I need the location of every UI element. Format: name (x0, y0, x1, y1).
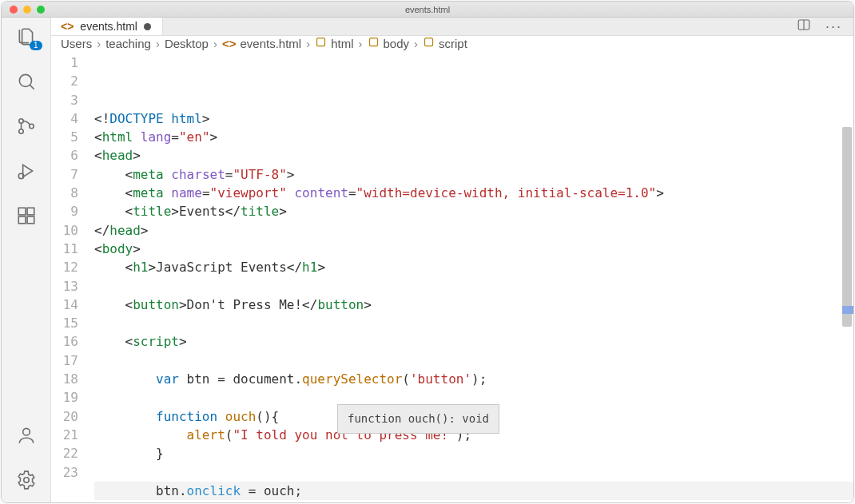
activity-bar: 1 (2, 18, 51, 502)
tab-events-html[interactable]: <> events.html (51, 18, 163, 35)
code-area[interactable]: <!DOCTYPE html><html lang="en"><head> <m… (94, 50, 853, 503)
breadcrumb-label: Desktop (165, 37, 209, 50)
code-line[interactable]: btn.onclick = ouch; (94, 482, 853, 500)
breadcrumb-item[interactable]: body (368, 36, 410, 50)
code-line[interactable]: <!DOCTYPE html> (94, 109, 853, 128)
code-editor[interactable]: 1234567891011121314151617181920212223 <!… (51, 50, 853, 503)
code-line[interactable]: <meta charset="UTF-8"> (94, 165, 853, 184)
line-number: 1 (51, 54, 78, 72)
code-line[interactable]: } (94, 444, 853, 462)
run-debug-icon[interactable] (15, 160, 38, 182)
code-line[interactable]: </head> (94, 221, 853, 240)
symbol-icon (315, 36, 327, 50)
code-line[interactable] (94, 500, 853, 503)
code-line[interactable]: <h1>JavaScript Events</h1> (94, 258, 853, 276)
code-line[interactable]: <title>Events</title> (94, 202, 853, 220)
line-number: 23 (51, 463, 78, 482)
svg-rect-9 (18, 216, 26, 224)
line-number: 14 (51, 296, 78, 314)
hover-tooltip: function ouch(): void (337, 404, 499, 434)
line-number: 22 (51, 444, 78, 462)
svg-line-1 (30, 85, 34, 89)
svg-rect-16 (369, 38, 377, 46)
line-number: 8 (51, 184, 78, 202)
symbol-icon (368, 36, 380, 50)
code-line[interactable]: <html lang="en"> (94, 128, 853, 146)
line-number: 16 (51, 332, 78, 351)
code-line[interactable] (94, 351, 853, 370)
chevron-right-icon: › (414, 37, 418, 50)
account-icon[interactable] (15, 424, 38, 446)
breadcrumb-item[interactable]: html (315, 36, 353, 50)
code-line[interactable] (94, 277, 853, 296)
chevron-right-icon: › (213, 37, 217, 50)
breadcrumb-label: teaching (105, 37, 151, 50)
code-line[interactable]: <head> (94, 146, 853, 165)
breadcrumb-label: script (439, 37, 467, 50)
line-number: 12 (51, 258, 78, 276)
breadcrumb-item[interactable]: Desktop (165, 37, 209, 50)
line-number: 4 (51, 109, 78, 128)
svg-rect-8 (27, 208, 34, 215)
tab-bar: <> events.html ··· (51, 18, 853, 36)
extensions-icon[interactable] (15, 204, 38, 227)
chevron-right-icon: › (306, 37, 310, 50)
chevron-right-icon: › (359, 37, 363, 50)
svg-rect-7 (18, 208, 26, 215)
split-editor-icon[interactable] (797, 18, 811, 35)
svg-rect-15 (317, 38, 325, 46)
line-number: 10 (51, 221, 78, 240)
window-title: events.html (2, 5, 853, 14)
breadcrumb-item[interactable]: teaching (105, 37, 151, 50)
chevron-right-icon: › (97, 37, 101, 50)
line-number: 21 (51, 426, 78, 444)
code-line[interactable]: <meta name="viewport" content="width=dev… (94, 184, 853, 202)
line-number: 18 (51, 370, 78, 388)
breadcrumb-label: html (331, 37, 353, 50)
code-line[interactable] (94, 314, 853, 332)
file-html-icon: <> (61, 20, 74, 33)
titlebar: events.html (2, 2, 853, 18)
line-number: 5 (51, 128, 78, 146)
breadcrumbs[interactable]: Users›teaching›Desktop›<>events.html›htm… (51, 36, 853, 50)
breadcrumb-item[interactable]: <>events.html (222, 37, 301, 50)
line-number: 15 (51, 314, 78, 332)
svg-marker-5 (22, 165, 32, 177)
minimap-marker (842, 306, 853, 314)
search-icon[interactable] (15, 70, 38, 93)
line-gutter: 1234567891011121314151617181920212223 (51, 50, 94, 503)
line-number: 17 (51, 351, 78, 370)
chevron-right-icon: › (156, 37, 160, 50)
tab-dirty-indicator (144, 23, 151, 30)
breadcrumb-label: Users (61, 37, 92, 50)
breadcrumb-label: body (384, 37, 410, 50)
line-number: 2 (51, 72, 78, 90)
line-number: 13 (51, 277, 78, 296)
svg-point-3 (18, 129, 22, 133)
explorer-badge: 1 (30, 41, 42, 50)
code-line[interactable]: var btn = document.querySelector('button… (94, 370, 853, 388)
breadcrumb-label: events.html (240, 37, 301, 50)
explorer-icon[interactable]: 1 (15, 26, 38, 48)
line-number: 3 (51, 91, 78, 109)
more-actions-icon[interactable]: ··· (825, 18, 842, 35)
svg-point-2 (18, 119, 22, 123)
svg-point-11 (22, 428, 30, 435)
svg-point-4 (29, 124, 33, 128)
line-number: 11 (51, 240, 78, 258)
code-line[interactable] (94, 463, 853, 482)
line-number: 20 (51, 407, 78, 426)
breadcrumb-item[interactable]: Users (61, 37, 92, 50)
line-number: 7 (51, 165, 78, 184)
code-line[interactable]: <script> (94, 332, 853, 351)
svg-rect-10 (27, 216, 34, 224)
svg-rect-17 (425, 38, 433, 46)
code-line[interactable]: <button>Don't Press Me!</button> (94, 296, 853, 314)
breadcrumb-item[interactable]: script (423, 36, 467, 50)
source-control-icon[interactable] (15, 115, 38, 137)
code-line[interactable]: <body> (94, 240, 853, 258)
svg-point-0 (19, 74, 31, 86)
vertical-scrollbar[interactable] (842, 127, 852, 327)
settings-gear-icon[interactable] (15, 469, 38, 491)
file-html-icon: <> (222, 37, 237, 50)
